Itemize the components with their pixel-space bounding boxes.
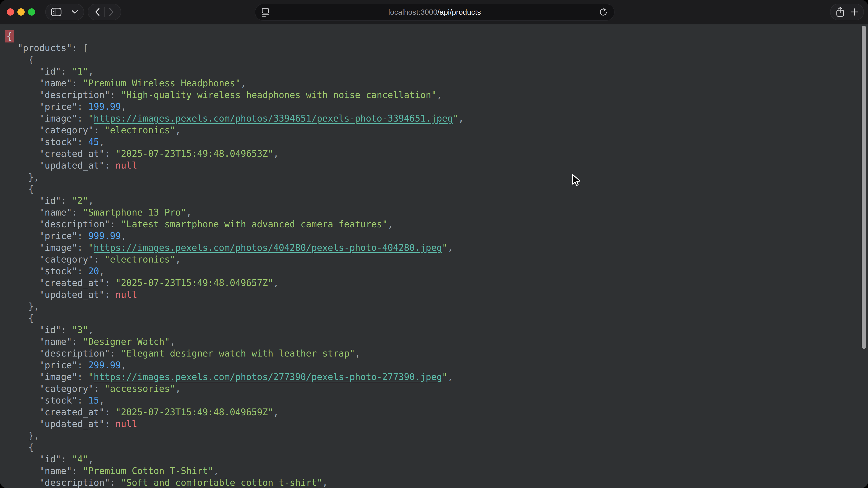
json-line: {: [6, 312, 868, 324]
page-format-icon[interactable]: [261, 8, 269, 17]
json-line: {: [6, 442, 868, 453]
url-field[interactable]: localhost:3000/api/products: [255, 4, 615, 21]
json-body: { "products": [ { "id": "1", "name": "Pr…: [0, 24, 868, 488]
minimize-window-button[interactable]: [18, 8, 25, 15]
url-host: localhost:3000: [388, 8, 437, 16]
json-line: "stock": 45,: [6, 136, 868, 148]
json-line: "description": "Latest smartphone with a…: [6, 218, 868, 230]
vertical-scrollbar[interactable]: [862, 26, 866, 349]
sidebar-icon[interactable]: [51, 8, 61, 16]
json-line: "name": "Premium Wireless Headphones",: [6, 77, 868, 89]
json-line: "price": 299.99,: [6, 359, 868, 371]
json-line: "image": "https://images.pexels.com/phot…: [6, 242, 868, 254]
close-window-button[interactable]: [7, 8, 14, 15]
json-root-brace: {: [6, 30, 868, 42]
json-line: "created_at": "2025-07-23T15:49:48.04965…: [6, 148, 868, 160]
sidebar-button-group: [45, 4, 84, 20]
json-line: "description": "Soft and comfortable cot…: [6, 477, 868, 488]
json-line: "id": "1",: [6, 66, 868, 77]
json-line: "updated_at": null: [6, 160, 868, 171]
image-url-link[interactable]: https://images.pexels.com/photos/277390/…: [94, 372, 442, 382]
new-tab-icon[interactable]: [850, 8, 858, 16]
mouse-cursor: [570, 173, 581, 188]
json-line: },: [6, 430, 868, 442]
url-text: localhost:3000/api/products: [255, 8, 614, 17]
json-line: "image": "https://images.pexels.com/phot…: [6, 371, 868, 383]
page-content: { "products": [ { "id": "1", "name": "Pr…: [0, 24, 868, 488]
json-line: "updated_at": null: [6, 289, 868, 300]
image-url-link[interactable]: https://images.pexels.com/photos/3394651…: [94, 113, 453, 124]
json-line: "image": "https://images.pexels.com/phot…: [6, 112, 868, 124]
json-line: "description": "High-quality wireless he…: [6, 89, 868, 101]
json-line: "stock": 15,: [6, 394, 868, 406]
json-line: "name": "Smartphone 13 Pro",: [6, 206, 868, 218]
image-url-link[interactable]: https://images.pexels.com/photos/404280/…: [94, 242, 442, 253]
nav-divider: [104, 7, 105, 17]
back-icon[interactable]: [95, 8, 100, 16]
safari-window: localhost:3000/api/products: [0, 0, 868, 488]
share-icon[interactable]: [836, 7, 844, 17]
url-path: /api/products: [437, 8, 481, 16]
json-line: "name": "Premium Cotton T-Shirt",: [6, 465, 868, 477]
browser-toolbar: localhost:3000/api/products: [0, 0, 868, 24]
json-line: "id": "3",: [6, 324, 868, 336]
json-line: "id": "2",: [6, 195, 868, 206]
chevron-down-icon[interactable]: [71, 10, 78, 14]
actions-button-group: [830, 4, 864, 20]
json-line: "name": "Designer Watch",: [6, 336, 868, 348]
zoom-window-button[interactable]: [28, 8, 35, 15]
json-line: "updated_at": null: [6, 418, 868, 430]
json-line: },: [6, 171, 868, 183]
json-line: "price": 199.99,: [6, 101, 868, 112]
navigation-button-group: [88, 4, 121, 20]
json-line: "description": "Elegant designer watch w…: [6, 348, 868, 359]
json-line: "id": "4",: [6, 453, 868, 465]
json-line: "category": "electronics",: [6, 254, 868, 265]
json-line: {: [6, 54, 868, 66]
json-line: "created_at": "2025-07-23T15:49:48.04965…: [6, 406, 868, 418]
json-line: "stock": 20,: [6, 265, 868, 277]
json-line: "category": "accessories",: [6, 383, 868, 394]
json-line: "price": 999.99,: [6, 230, 868, 242]
json-line: },: [6, 300, 868, 312]
json-line: "products": [: [6, 42, 868, 54]
json-line: "category": "electronics",: [6, 124, 868, 136]
json-line: "created_at": "2025-07-23T15:49:48.04965…: [6, 277, 868, 289]
reload-icon[interactable]: [599, 8, 608, 17]
forward-icon[interactable]: [109, 8, 114, 16]
traffic-lights: [7, 8, 35, 15]
json-line: {: [6, 183, 868, 195]
